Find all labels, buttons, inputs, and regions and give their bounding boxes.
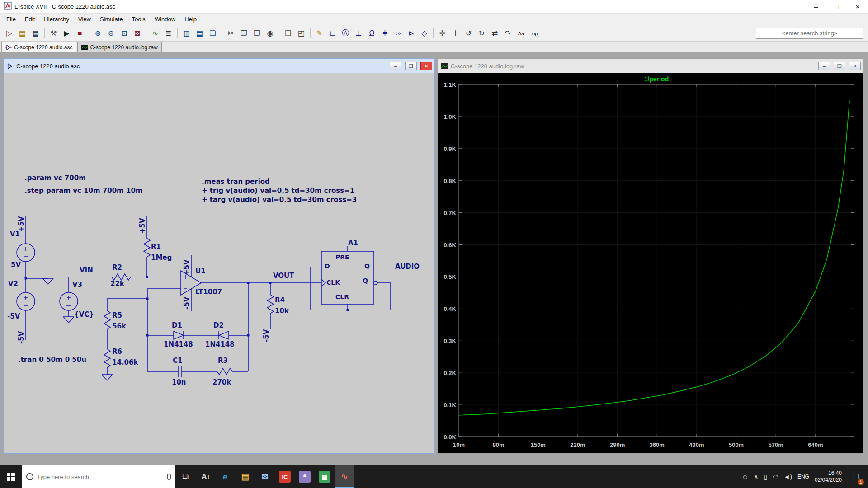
child-minimize-button[interactable]: – — [390, 62, 401, 70]
edit-icon[interactable]: ✎ — [313, 28, 326, 39]
find-icon[interactable]: ◉ — [264, 28, 276, 39]
taskbar-clock[interactable]: 16:40 02/04/2020 — [815, 470, 842, 483]
trace-1-period[interactable] — [459, 101, 849, 415]
view-waveform-icon[interactable]: ∿ — [149, 28, 161, 39]
redo-icon[interactable]: ↻ — [476, 28, 488, 39]
child-restore-button[interactable]: ❐ — [834, 62, 845, 70]
child-close-button[interactable]: × — [420, 62, 432, 70]
network-icon[interactable]: ◠ — [773, 473, 778, 480]
taskbar-app-mail[interactable]: ✉ — [255, 465, 275, 488]
zoom-area-icon[interactable]: ⊠ — [131, 28, 143, 39]
menu-file[interactable]: File — [2, 14, 20, 24]
child-restore-button[interactable]: ❐ — [405, 62, 417, 70]
volume-icon[interactable]: ◄) — [783, 473, 792, 480]
menu-simulate[interactable]: Simulate — [95, 14, 127, 24]
schematic-label: -5V — [7, 312, 20, 320]
tile-vertical-icon[interactable]: ▥ — [180, 28, 193, 39]
open-file-icon[interactable]: ▤ — [16, 28, 28, 39]
child-close-button[interactable]: × — [849, 62, 861, 70]
mirror-icon[interactable]: ⇄ — [489, 28, 501, 39]
inductor-icon[interactable]: ∾ — [392, 28, 404, 39]
window-title: LTspice XVII - C-scope 1220 audio.asc — [14, 3, 115, 10]
halt-simulation-icon[interactable]: ■ — [74, 28, 86, 39]
start-button[interactable] — [0, 465, 22, 488]
draw-wire-icon[interactable]: ∟ — [326, 28, 339, 39]
cortana-icon — [26, 473, 33, 480]
print-preview-icon[interactable]: ◰ — [295, 28, 307, 39]
taskbar-search-input[interactable] — [37, 474, 163, 480]
tile-horizontal-icon[interactable]: ▤ — [193, 28, 206, 39]
schematic-label: R4 — [275, 296, 285, 304]
zoom-full-extents-icon[interactable]: ⊡ — [118, 28, 130, 39]
text-icon[interactable]: Aa — [515, 28, 527, 39]
close-button[interactable]: × — [847, 0, 868, 14]
schematic-canvas[interactable]: .param vc 700m.step param vc 10m 700m 10… — [4, 73, 434, 453]
tab-waveform[interactable]: C-scope 1220 audio.log.raw — [77, 42, 161, 52]
language-indicator[interactable]: ENG — [797, 474, 809, 480]
task-view-button[interactable]: ⧉ — [175, 465, 195, 488]
print-icon[interactable]: ❑ — [282, 28, 294, 39]
move-icon[interactable]: ✜ — [436, 28, 448, 39]
schematic-label: VIN — [80, 266, 93, 274]
tab-schematic[interactable]: C-scope 1220 audio.asc — [1, 42, 76, 52]
taskbar-search[interactable] — [22, 465, 175, 488]
paste-icon[interactable]: ❒ — [251, 28, 263, 39]
save-icon[interactable]: ▦ — [29, 28, 42, 39]
schematic-label: D2 — [213, 321, 224, 329]
menu-window[interactable]: Window — [150, 14, 180, 24]
rotate-icon[interactable]: ↷ — [502, 28, 514, 39]
taskbar-app-ic-app[interactable]: IC — [275, 465, 295, 488]
schematic-window-titlebar[interactable]: C-scope 1220 audio.asc – ❐ × — [4, 59, 434, 73]
taskbar-app-edge-browser[interactable]: e — [215, 465, 235, 488]
schematic-label: Q — [364, 263, 370, 270]
menu-edit[interactable]: Edit — [20, 14, 39, 24]
action-center-button[interactable]: ❐ 1 — [847, 465, 865, 488]
taskbar-app-pinned-app[interactable]: Ai — [195, 465, 215, 488]
search-input[interactable] — [756, 28, 863, 39]
svg-text:360m: 360m — [650, 441, 665, 448]
schematic-label: D1 — [172, 321, 182, 329]
new-schematic-icon[interactable]: ▷ — [3, 28, 15, 39]
notification-badge: 1 — [858, 479, 864, 485]
zoom-out-icon[interactable]: ⊖ — [105, 28, 117, 39]
undo-icon[interactable]: ↺ — [462, 28, 475, 39]
trace-label[interactable]: 1/period — [644, 75, 669, 83]
capacitor-icon[interactable]: ǂ — [379, 28, 391, 39]
drag-icon[interactable]: ✛ — [449, 28, 462, 39]
maximize-button[interactable]: □ — [826, 0, 847, 14]
hidden-icons-chevron[interactable]: ∧ — [754, 473, 758, 480]
cut-icon[interactable]: ✂ — [225, 28, 237, 39]
net-label-icon[interactable]: Ⓐ — [340, 28, 352, 39]
spice-directive-icon[interactable]: .op — [528, 28, 540, 39]
menu-hierarchy[interactable]: Hierarchy — [39, 14, 74, 24]
run-simulation-icon[interactable]: ▶ — [61, 28, 73, 39]
people-icon[interactable]: ☺ — [742, 473, 748, 480]
svg-text:0.4K: 0.4K — [444, 305, 457, 312]
resistor-icon[interactable]: Ω — [366, 28, 378, 39]
component-icon[interactable]: ◇ — [418, 28, 430, 39]
taskbar-app-file-explorer[interactable]: ▤ — [235, 465, 255, 488]
menu-view[interactable]: View — [74, 14, 95, 24]
ground-icon[interactable]: ⊥ — [353, 28, 365, 39]
waveform-canvas[interactable]: 1/period 0.0K0.1K0.2K0.3K0.4K0.5K0.6K0.7… — [438, 73, 863, 453]
copy-icon[interactable]: ❐ — [238, 28, 250, 39]
schematic-label: D — [325, 263, 330, 270]
waveform-window-titlebar[interactable]: C-scope 1220 audio.log.raw – ❐ × — [438, 59, 863, 73]
taskbar-app-chat-app[interactable]: ❝ — [295, 465, 315, 488]
cascade-windows-icon[interactable]: ❏ — [207, 28, 219, 39]
view-schematic-icon[interactable]: ≣ — [162, 28, 175, 39]
taskbar-app-spreadsheet-app[interactable]: ▦ — [315, 465, 335, 488]
menu-tools[interactable]: Tools — [127, 14, 150, 24]
schematic-label: AUDIO — [395, 263, 420, 271]
ltspice-app-icon — [4, 2, 12, 12]
battery-icon[interactable]: ▯ — [764, 473, 767, 480]
toolbar: ▷▤▦⚒▶■⊕⊖⊡⊠∿≣▥▤❏✂❐❒◉❑◰✎∟Ⓐ⊥Ωǂ∾⊳◇✜✛↺↻⇄↷Aa.o… — [0, 25, 868, 42]
diode-icon[interactable]: ⊳ — [405, 28, 417, 39]
taskbar-app-ltspice[interactable]: ∿ — [335, 465, 354, 488]
minimize-button[interactable]: – — [806, 0, 826, 14]
menu-help[interactable]: Help — [180, 14, 201, 24]
control-panel-icon[interactable]: ⚒ — [47, 28, 60, 39]
child-minimize-button[interactable]: – — [818, 62, 830, 70]
schematic-label: A1 — [348, 239, 358, 247]
zoom-in-icon[interactable]: ⊕ — [92, 28, 104, 39]
